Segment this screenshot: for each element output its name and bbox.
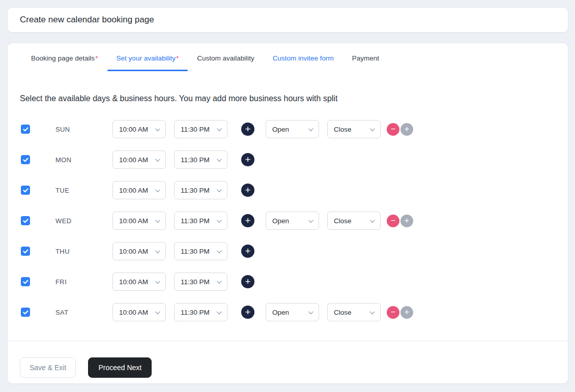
add-more-split-button[interactable]: +	[400, 215, 413, 227]
day-checkbox[interactable]	[21, 247, 30, 256]
proceed-next-button[interactable]: Proceed Next	[88, 357, 152, 378]
start-time-select[interactable]: 10:00 AM	[112, 273, 166, 291]
chevron-down-icon	[155, 279, 160, 284]
end-time-select[interactable]: 11:30 PM	[174, 120, 227, 138]
end-time-select[interactable]: 11:30 PM	[174, 273, 227, 291]
remove-split-button[interactable]: −	[387, 306, 399, 319]
tab-set-your-availability[interactable]: Set your availability *	[107, 54, 188, 69]
minus-icon: −	[391, 308, 395, 316]
footer-divider	[8, 341, 568, 341]
save-exit-button[interactable]: Save & Exit	[20, 357, 76, 378]
day-availability-row: THU 10:00 AM 11:30 PM +	[8, 236, 568, 266]
checkmark-icon	[23, 158, 28, 162]
plus-icon: +	[405, 125, 409, 133]
day-checkbox[interactable]	[21, 186, 30, 195]
plus-icon: +	[245, 307, 250, 317]
page-header-card: Create new calendar booking page	[7, 7, 568, 33]
chevron-down-icon	[370, 218, 375, 223]
add-more-split-button[interactable]: +	[400, 123, 413, 136]
tab-custom-availability[interactable]: Custom availability	[188, 54, 264, 69]
add-split-button[interactable]: +	[241, 214, 254, 227]
split-close-select[interactable]: Close	[327, 303, 381, 321]
tab-booking-page-details[interactable]: Booking page details *	[22, 54, 107, 69]
remove-split-button[interactable]: −	[387, 123, 399, 136]
split-close-value: Close	[334, 217, 352, 225]
end-time-value: 11:30 PM	[181, 156, 210, 164]
chevron-down-icon	[155, 218, 160, 223]
end-time-select[interactable]: 11:30 PM	[174, 242, 227, 260]
end-time-select[interactable]: 11:30 PM	[174, 181, 227, 199]
day-label: WED	[55, 217, 92, 225]
tab-bar: Booking page details * Set your availabi…	[8, 43, 568, 69]
day-checkbox[interactable]	[21, 125, 30, 134]
end-time-select[interactable]: 11:30 PM	[174, 303, 227, 321]
plus-icon: +	[245, 277, 250, 286]
day-availability-row: TUE 10:00 AM 11:30 PM +	[8, 175, 568, 205]
day-label: TUE	[55, 187, 92, 194]
split-open-value: Open	[272, 126, 289, 133]
split-open-value: Open	[272, 309, 289, 316]
start-time-value: 10:00 AM	[119, 309, 148, 316]
split-open-select[interactable]: Open	[266, 120, 319, 138]
booking-setup-card: Booking page details * Set your availabi…	[7, 43, 568, 384]
checkmark-icon	[23, 127, 28, 132]
plus-icon: +	[245, 155, 250, 164]
split-close-value: Close	[334, 126, 352, 133]
add-split-button[interactable]: +	[241, 153, 254, 166]
split-open-select[interactable]: Open	[266, 303, 319, 321]
chevron-down-icon	[308, 309, 313, 314]
start-time-select[interactable]: 10:00 AM	[112, 120, 166, 138]
add-split-button[interactable]: +	[241, 123, 254, 136]
add-split-button[interactable]: +	[241, 245, 254, 258]
end-time-value: 11:30 PM	[181, 217, 210, 225]
tab-label: Payment	[352, 54, 379, 62]
tab-label: Custom invitee form	[273, 54, 334, 62]
split-open-select[interactable]: Open	[266, 212, 319, 230]
end-time-value: 11:30 PM	[181, 278, 210, 286]
day-checkbox[interactable]	[21, 155, 30, 164]
checkmark-icon	[23, 249, 28, 254]
chevron-down-icon	[155, 248, 160, 253]
remove-split-button[interactable]: −	[387, 215, 399, 227]
plus-icon: +	[245, 185, 250, 195]
day-label: MON	[55, 156, 92, 164]
availability-rows: SUN 10:00 AM 11:30 PM + Open Close −	[8, 114, 568, 327]
add-split-button[interactable]: +	[241, 184, 254, 197]
start-time-value: 10:00 AM	[119, 278, 148, 286]
start-time-value: 10:00 AM	[119, 187, 148, 194]
chevron-down-icon	[217, 309, 222, 314]
split-close-select[interactable]: Close	[327, 120, 381, 138]
day-checkbox[interactable]	[21, 308, 30, 317]
end-time-select[interactable]: 11:30 PM	[174, 212, 227, 230]
page-title: Create new calendar booking page	[20, 15, 154, 25]
start-time-select[interactable]: 10:00 AM	[112, 303, 166, 321]
chevron-down-icon	[370, 309, 375, 314]
start-time-select[interactable]: 10:00 AM	[112, 212, 166, 230]
split-hours-group: Open Close − +	[254, 303, 413, 321]
split-open-value: Open	[272, 217, 289, 225]
day-availability-row: FRI 10:00 AM 11:30 PM +	[8, 266, 568, 297]
day-availability-row: WED 10:00 AM 11:30 PM + Open Close −	[8, 205, 568, 236]
day-label: FRI	[55, 278, 92, 286]
chevron-down-icon	[155, 309, 160, 314]
end-time-value: 11:30 PM	[181, 187, 210, 194]
day-checkbox[interactable]	[21, 277, 30, 286]
split-close-value: Close	[334, 309, 352, 316]
split-hours-group: Open Close − +	[254, 212, 413, 230]
day-label: SUN	[55, 126, 92, 133]
add-split-button[interactable]: +	[241, 275, 254, 288]
chevron-down-icon	[217, 279, 222, 284]
start-time-select[interactable]: 10:00 AM	[112, 242, 166, 260]
start-time-select[interactable]: 10:00 AM	[112, 181, 166, 199]
day-checkbox[interactable]	[21, 216, 30, 225]
day-label: THU	[55, 248, 92, 255]
split-close-select[interactable]: Close	[327, 212, 381, 230]
start-time-select[interactable]: 10:00 AM	[112, 150, 166, 169]
start-time-value: 10:00 AM	[119, 217, 148, 225]
add-split-button[interactable]: +	[241, 306, 254, 319]
minus-icon: −	[391, 125, 395, 133]
end-time-select[interactable]: 11:30 PM	[174, 150, 227, 169]
tab-custom-invitee-form[interactable]: Custom invitee form	[264, 54, 343, 69]
add-more-split-button[interactable]: +	[400, 306, 413, 319]
tab-payment[interactable]: Payment	[343, 54, 388, 69]
